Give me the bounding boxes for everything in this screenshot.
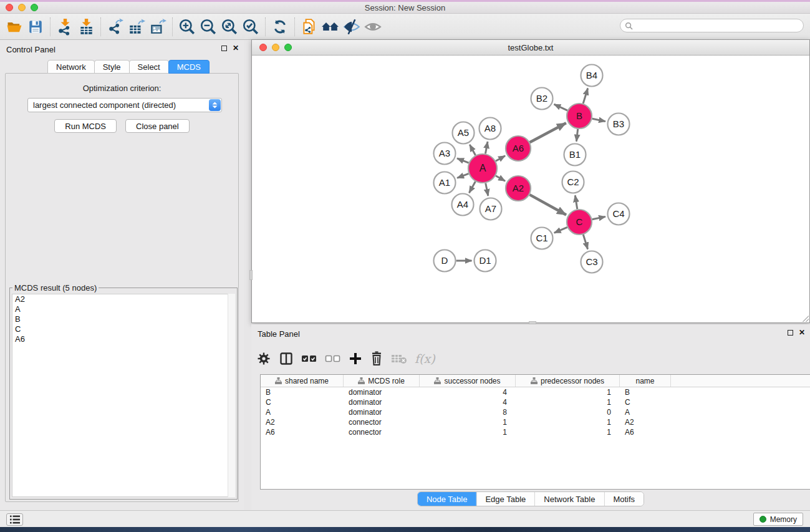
column-header-shared-name[interactable]: shared name (261, 375, 344, 387)
memory-button[interactable]: Memory (753, 513, 803, 526)
node-C4[interactable]: C4 (608, 203, 630, 225)
edge-A2-C[interactable] (529, 195, 566, 215)
column-header-MCDS-role[interactable]: MCDS role (344, 375, 420, 387)
table-cell[interactable]: 0 (516, 408, 620, 417)
node-A4[interactable]: A4 (452, 194, 474, 216)
table-cell[interactable]: A6 (620, 428, 671, 437)
tab-network-table[interactable]: Network Table (534, 492, 604, 506)
create-column-icon[interactable] (349, 349, 362, 368)
network-resize-grip[interactable] (801, 314, 809, 322)
open-file-icon[interactable] (4, 16, 25, 37)
show-columns-icon[interactable] (279, 349, 294, 368)
table-cell[interactable]: A (261, 408, 344, 417)
table-row[interactable]: Adominator80A (261, 407, 810, 417)
export-table-icon[interactable] (126, 16, 147, 37)
edge-C-C4[interactable] (592, 216, 605, 219)
edge-A-A6[interactable] (496, 156, 505, 162)
result-scrollbar[interactable] (228, 294, 235, 497)
column-header-predecessor-nodes[interactable]: predecessor nodes (516, 375, 620, 387)
edge-B-B1[interactable] (576, 129, 577, 142)
close-panel-button[interactable]: Close panel (125, 119, 190, 133)
table-cell[interactable]: A (620, 408, 671, 417)
edge-A-A1[interactable] (457, 173, 468, 178)
node-D1[interactable]: D1 (475, 250, 496, 272)
edge-A-A7[interactable] (486, 183, 488, 196)
network-vertical-scrollbar[interactable] (249, 270, 253, 280)
mcds-result-item[interactable]: A6 (12, 334, 234, 344)
houses-icon[interactable] (320, 16, 341, 37)
select-all-columns-icon[interactable] (301, 349, 317, 368)
table-cell[interactable]: 1 (420, 418, 516, 427)
node-A5[interactable]: A5 (453, 122, 475, 144)
table-cell[interactable]: 1 (516, 428, 620, 437)
edge-A-A5[interactable] (470, 145, 475, 155)
edge-B-B2[interactable] (554, 104, 567, 110)
node-A3[interactable]: A3 (434, 143, 456, 165)
table-cell[interactable]: connector (344, 428, 420, 437)
import-table-icon[interactable] (75, 16, 97, 37)
clone-network-icon[interactable] (299, 16, 320, 37)
deselect-all-columns-icon[interactable] (325, 349, 341, 368)
mcds-result-item[interactable]: C (12, 324, 234, 334)
table-row[interactable]: A2connector11A2 (261, 417, 810, 427)
import-network-icon[interactable] (54, 16, 75, 37)
mcds-result-item[interactable]: A (12, 304, 234, 314)
search-field[interactable] (620, 19, 804, 32)
node-A7[interactable]: A7 (480, 198, 502, 220)
zoom-fit-icon[interactable] (219, 16, 240, 37)
zoom-selected-icon[interactable] (240, 16, 261, 37)
tab-network[interactable]: Network (47, 60, 95, 74)
save-icon[interactable] (25, 16, 46, 37)
tab-style[interactable]: Style (94, 60, 130, 74)
edge-A-A2[interactable] (496, 176, 505, 181)
eye-icon[interactable] (362, 16, 383, 37)
zoom-out-icon[interactable] (198, 16, 219, 37)
zoom-in-icon[interactable] (176, 16, 198, 37)
column-header-successor-nodes[interactable]: successor nodes (420, 375, 516, 387)
criterion-select[interactable]: largest connected component (directed) (27, 98, 222, 112)
node-D[interactable]: D (434, 250, 456, 272)
network-window-titlebar[interactable]: testGlobe.txt (252, 40, 809, 56)
edge-B-B4[interactable] (583, 89, 588, 104)
node-B3[interactable]: B3 (608, 114, 630, 135)
task-history-button[interactable] (6, 513, 23, 526)
mcds-result-item[interactable]: B (12, 314, 234, 324)
edge-C-C1[interactable] (554, 227, 567, 233)
table-row[interactable]: A6connector11A6 (261, 427, 810, 437)
edge-A-A4[interactable] (469, 181, 475, 193)
table-cell[interactable]: B (620, 388, 671, 397)
table-cell[interactable]: 1 (516, 398, 620, 407)
tab-motifs[interactable]: Motifs (604, 492, 644, 506)
table-cell[interactable]: 1 (420, 428, 516, 437)
node-C2[interactable]: C2 (562, 172, 584, 193)
mcds-result-item[interactable]: A2 (12, 294, 234, 304)
table-cell[interactable]: A2 (261, 418, 344, 427)
table-cell[interactable]: 4 (420, 398, 516, 407)
table-cell[interactable]: 4 (420, 388, 516, 397)
tab-node-table[interactable]: Node Table (418, 492, 476, 506)
node-C3[interactable]: C3 (581, 251, 603, 273)
node-B4[interactable]: B4 (581, 65, 603, 87)
close-table-panel-icon[interactable]: ✕ (799, 329, 805, 336)
float-table-panel-icon[interactable] (788, 330, 793, 336)
table-cell[interactable]: dominator (344, 388, 420, 397)
delete-table-icon[interactable] (391, 349, 407, 368)
node-C1[interactable]: C1 (531, 228, 553, 249)
table-cell[interactable]: dominator (344, 398, 420, 407)
node-C[interactable]: C (567, 210, 592, 235)
tab-mcds[interactable]: MCDS (168, 60, 210, 74)
node-A6[interactable]: A6 (506, 136, 531, 161)
tab-edge-table[interactable]: Edge Table (476, 492, 534, 506)
close-panel-icon[interactable]: ✕ (233, 45, 239, 51)
search-input[interactable] (636, 21, 803, 30)
edge-A-A3[interactable] (457, 158, 469, 163)
float-panel-icon[interactable] (221, 46, 227, 51)
export-image-icon[interactable] (147, 16, 168, 37)
node-A8[interactable]: A8 (480, 118, 501, 140)
node-A2[interactable]: A2 (506, 176, 531, 201)
node-A[interactable]: A (468, 154, 497, 183)
export-network-icon[interactable] (105, 16, 126, 37)
column-header-name[interactable]: name (620, 375, 671, 387)
table-cell[interactable]: 1 (516, 418, 620, 427)
table-row[interactable]: Bdominator41B (261, 387, 810, 397)
